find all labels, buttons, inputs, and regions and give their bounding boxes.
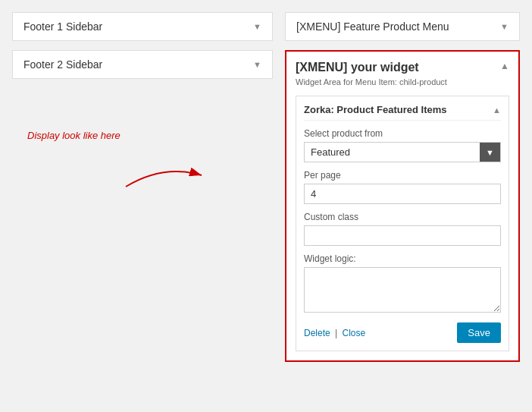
widget-logic-label: Widget logic: [304, 253, 501, 264]
custom-class-input[interactable] [304, 225, 501, 246]
custom-class-group: Custom class [304, 212, 501, 246]
widget-logic-group: Widget logic: [304, 253, 501, 315]
widget-footer: Delete | Close Save [304, 322, 501, 343]
top-right-label: [XMENU] Feature Product Menu [296, 20, 449, 33]
close-link[interactable]: Close [343, 328, 366, 338]
custom-class-label: Custom class [304, 212, 501, 222]
select-product-label: Select product from [304, 128, 501, 139]
widget-header: [XMENU] your widget ▲ [296, 61, 509, 74]
select-product-input[interactable]: Featured Sale New [305, 143, 480, 162]
footer1-arrow-icon: ▼ [253, 22, 261, 31]
hint-arrow-icon [118, 156, 209, 194]
right-panel: [XMENU] Feature Product Menu ▼ [XMENU] y… [285, 12, 520, 400]
widget-title: [XMENU] your widget [296, 61, 419, 74]
widget-box: [XMENU] your widget ▲ Widget Area for Me… [285, 50, 520, 362]
widget-subtitle: Widget Area for Menu Item: child-product [296, 77, 509, 86]
footer2-arrow-icon: ▼ [253, 60, 261, 69]
per-page-input[interactable] [304, 184, 501, 204]
footer2-sidebar[interactable]: Footer 2 Sidebar ▼ [12, 50, 273, 79]
top-right-bar[interactable]: [XMENU] Feature Product Menu ▼ [285, 12, 520, 41]
left-panel: Footer 1 Sidebar ▼ Footer 2 Sidebar ▼ Di… [12, 12, 285, 400]
link-separator: | [335, 328, 337, 338]
per-page-group: Per page [304, 170, 501, 204]
inner-collapse-icon: ▲ [493, 105, 501, 115]
top-right-arrow-icon: ▼ [500, 22, 509, 31]
save-button[interactable]: Save [457, 322, 501, 343]
widget-logic-textarea[interactable] [304, 267, 501, 313]
widget-collapse-button[interactable]: ▲ [500, 61, 509, 71]
widget-inner-header: Zorka: Product Featured Items ▲ [304, 104, 501, 121]
select-wrapper[interactable]: Featured Sale New ▼ [304, 142, 501, 162]
select-dropdown-icon: ▼ [480, 143, 500, 162]
footer2-label: Footer 2 Sidebar [23, 58, 102, 71]
select-product-group: Select product from Featured Sale New ▼ [304, 128, 501, 162]
footer-links: Delete | Close [304, 328, 365, 338]
footer1-label: Footer 1 Sidebar [23, 20, 102, 33]
widget-inner-title: Zorka: Product Featured Items [304, 104, 447, 115]
footer1-sidebar[interactable]: Footer 1 Sidebar ▼ [12, 12, 273, 41]
display-hint-text: Display look like here [27, 130, 120, 141]
widget-inner: Zorka: Product Featured Items ▲ Select p… [296, 96, 509, 351]
delete-link[interactable]: Delete [304, 328, 330, 338]
per-page-label: Per page [304, 170, 501, 181]
